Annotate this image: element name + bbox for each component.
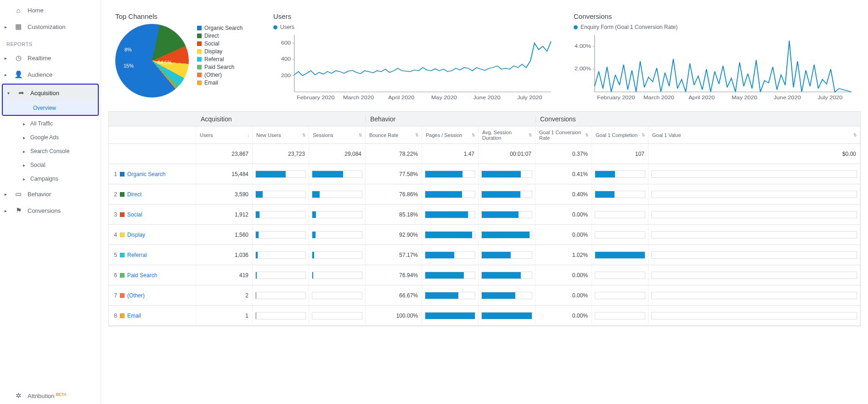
table-row: 6Paid Search41976.94%0.00% [109,265,860,285]
svg-text:600: 600 [281,40,291,45]
table-row: 2Direct3,59076.86%0.40% [109,184,860,205]
card-users: Users Users 200400600February 2020March … [266,6,560,106]
card-top-channels-title: Top Channels [115,12,253,20]
legend-item[interactable]: Paid Search [197,63,242,71]
sidebar: ⌂ Home ▸▦ Customization REPORTS ▸◷ Realt… [0,0,101,404]
nav-reports-label: REPORTS [0,35,101,50]
card-conversions-title: Conversions [574,12,854,20]
nav-acquisition-group: ▾➦ Acquisition Overview [2,84,99,116]
col-pps[interactable]: Pages / Session⇅ [422,126,479,143]
nav-attribution[interactable]: ✲ AttributionBETA [0,387,101,404]
channel-link[interactable]: (Other) [127,292,145,299]
behavior-icon: ▭ [14,190,23,198]
legend-item[interactable]: Organic Search [197,24,242,32]
nav-audience[interactable]: ▸👤 Audience [0,66,101,83]
home-icon: ⌂ [14,6,23,14]
svg-text:400: 400 [281,57,291,61]
main-content: Top Channels 64.5% 15% 8% Organic Search… [101,0,868,404]
legend-item[interactable]: Direct [197,32,242,40]
nav-acquisition[interactable]: ▾➦ Acquisition [3,85,98,101]
group-behavior: Behavior [366,115,535,123]
nav-acq-overview[interactable]: Overview [3,101,98,115]
dot-icon [273,25,277,29]
legend-item[interactable]: Display [197,47,242,55]
nav-acq-alltraffic[interactable]: ▸All Traffic [0,117,101,131]
nav-conversions[interactable]: ▸⚑ Conversions [0,202,101,219]
table-totals: 23,867 23,723 29,084 78.22% 1.47 00:01:0… [109,144,860,164]
person-icon: 👤 [14,70,23,79]
nav-acq-campaigns[interactable]: ▸Campaigns [0,172,101,186]
svg-text:February 2020: February 2020 [597,95,635,100]
table-row: 4Display1,56092.90%0.00% [109,225,860,245]
svg-text:March 2020: March 2020 [643,95,674,100]
legend-item[interactable]: Referral [197,55,242,63]
table-row: 8Email1100.00%0.00% [109,306,860,326]
nav-behavior[interactable]: ▸▭ Behavior [0,186,101,202]
table-row: 5Referral1,03657.17%1.02% [109,245,860,265]
users-chart: 200400600February 2020March 2020April 20… [273,32,553,101]
nav-acq-googleads[interactable]: ▸Google Ads [0,131,101,144]
acquisition-table: Acquisition Behavior Conversions Users↓ … [108,111,861,326]
legend-item[interactable]: Social [197,40,242,47]
svg-text:April 2020: April 2020 [388,95,414,100]
col-users[interactable]: Users↓ [196,126,253,143]
svg-text:200: 200 [281,73,291,78]
channel-link[interactable]: Referral [127,252,147,258]
table-row: 7(Other)266.67%0.00% [109,285,860,306]
col-gcomp[interactable]: Goal 1 Completion⇅ [592,126,648,143]
svg-text:March 2020: March 2020 [343,95,374,100]
group-conversions: Conversions [535,115,860,123]
channel-link[interactable]: Social [127,211,142,218]
col-newusers[interactable]: New Users⇅ [253,126,309,143]
card-top-channels: Top Channels 64.5% 15% 8% Organic Search… [108,6,260,106]
share-icon: ➦ [17,89,26,97]
group-acquisition: Acquisition [196,115,366,123]
conversions-chart: 2.00%4.00%February 2020March 2020April 2… [574,32,854,101]
svg-text:May 2020: May 2020 [732,95,757,100]
nav-acq-social[interactable]: ▸Social [0,158,101,172]
svg-text:2.00%: 2.00% [575,67,591,71]
dot-icon [574,25,578,29]
svg-text:4.00%: 4.00% [575,44,591,48]
nav-home-label: Home [28,7,44,14]
svg-text:April 2020: April 2020 [688,95,715,100]
channel-link[interactable]: Display [127,232,145,238]
svg-text:July 2020: July 2020 [817,95,842,100]
svg-text:June 2020: June 2020 [773,95,800,100]
card-users-title: Users [273,12,553,20]
nav-home[interactable]: ⌂ Home [0,2,101,18]
legend-item[interactable]: (Other) [197,71,242,79]
col-dur[interactable]: Avg. Session Duration⇅ [479,126,535,143]
clock-icon: ◷ [14,54,23,62]
legend-item[interactable]: Email [197,79,242,86]
attribution-icon: ✲ [14,392,23,400]
svg-text:February 2020: February 2020 [297,95,335,100]
nav-customization[interactable]: ▸▦ Customization [0,18,101,35]
nav-realtime[interactable]: ▸◷ Realtime [0,50,101,66]
card-conversions: Conversions Enquiry Form (Goal 1 Convers… [567,6,861,106]
table-row: 1Organic Search15,48477.58%0.41% [109,164,860,184]
channel-link[interactable]: Direct [127,191,141,198]
pie-legend: Organic SearchDirectSocialDisplayReferra… [197,24,242,86]
flag-icon: ⚑ [14,206,23,215]
nav-acq-searchconsole[interactable]: ▸Search Console [0,144,101,158]
table-column-header: Users↓ New Users⇅ Sessions⇅ Bounce Rate⇅… [109,126,860,144]
channel-link[interactable]: Email [127,313,141,319]
dashboard-icon: ▦ [14,23,23,31]
channel-link[interactable]: Paid Search [127,272,157,279]
pie-chart: 64.5% 15% 8% [115,24,189,97]
svg-text:July 2020: July 2020 [517,95,542,100]
col-gcr[interactable]: Goal 1 Conversion Rate⇅ [535,126,592,143]
svg-text:June 2020: June 2020 [473,95,500,100]
svg-text:May 2020: May 2020 [431,95,457,100]
table-group-header: Acquisition Behavior Conversions [109,112,860,126]
col-sessions[interactable]: Sessions⇅ [309,126,366,143]
col-bounce[interactable]: Bounce Rate⇅ [366,126,422,143]
table-row: 3Social1,91285.18%0.00% [109,205,860,225]
channel-link[interactable]: Organic Search [127,171,165,177]
col-gval[interactable]: Goal 1 Value⇅ [648,126,860,143]
